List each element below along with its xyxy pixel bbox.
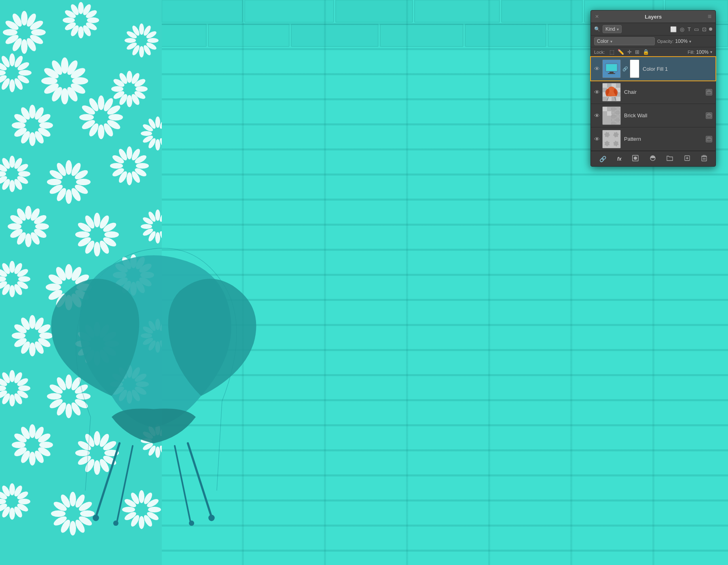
lock-position-icon[interactable]: ✛ [627,49,632,55]
svg-point-103 [155,139,160,150]
svg-point-253 [9,370,15,382]
svg-point-187 [9,285,15,297]
svg-point-115 [9,180,15,192]
svg-point-1 [21,11,28,25]
fill-label: Fill: [688,50,694,55]
svg-point-325 [9,483,15,495]
blend-mode-select[interactable]: Color ▾ [594,37,655,45]
svg-point-40 [19,70,32,76]
svg-point-181 [9,261,15,273]
svg-rect-386 [609,72,614,73]
svg-rect-388 [606,64,617,71]
svg-point-88 [108,114,123,121]
svg-rect-400 [603,97,607,101]
opacity-arrow[interactable]: ▾ [689,39,691,44]
svg-point-7 [21,39,28,54]
svg-point-61 [127,71,132,83]
layers-panel: ✕ Layers ≡ 🔍 Kind ▾ ⬜ ◎ T ▭ ⊡ Color ▾ Op… [590,10,716,167]
blend-mode-row: Color ▾ Opacity: 100% ▾ [591,36,715,47]
filter-kind-select[interactable]: Kind ▾ [603,25,622,33]
layer-row-brick-wall[interactable]: 👁 [591,104,715,127]
svg-rect-423 [612,122,616,125]
layer-row-color-fill[interactable]: 👁 🔗 Color Fill 1 [591,57,715,80]
svg-rect-421 [612,119,615,121]
lock-label: Lock: [594,50,605,55]
svg-rect-408 [707,91,711,94]
panel-toolbar: 🔗 fx [591,151,715,166]
link-layers-button[interactable]: 🔗 [598,154,607,163]
layer-visibility-brick[interactable]: 👁 [594,112,600,119]
svg-point-130 [47,179,61,185]
layer-visibility-pattern[interactable]: 👁 [594,136,600,142]
new-group-button[interactable] [665,154,674,164]
layer-thumb-container-color-fill: 🔗 [602,59,639,78]
layer-row-pattern[interactable]: 👁 [591,127,715,151]
smart-object-filter-icon[interactable]: ⊡ [701,25,707,33]
svg-point-64 [135,86,148,92]
pixel-filter-icon[interactable]: ⬜ [669,25,677,33]
lock-image-icon[interactable]: ✏️ [618,49,624,55]
svg-point-139 [127,172,132,185]
filter-row: 🔍 Kind ▾ ⬜ ◎ T ▭ ⊡ [591,23,715,36]
svg-point-43 [9,79,15,92]
fill-arrow[interactable]: ▾ [710,50,712,54]
layer-row-chair[interactable]: 👁 [591,80,715,104]
svg-rect-411 [607,107,612,111]
svg-point-76 [39,122,53,129]
shape-filter-icon[interactable]: ▭ [693,25,700,33]
svg-rect-412 [603,111,607,116]
layer-name-color-fill: Color Fill 1 [643,66,712,72]
lock-artboard-icon[interactable]: ⊞ [635,49,639,55]
svg-rect-395 [616,83,620,88]
svg-point-31 [139,46,144,57]
svg-point-127 [66,189,72,204]
svg-point-67 [127,95,132,107]
add-mask-button[interactable] [631,154,640,164]
layer-name-pattern: Pattern [624,136,706,142]
svg-point-112 [18,171,30,177]
filter-dot-toggle[interactable] [709,28,712,31]
svg-point-52 [72,77,88,85]
layer-visibility-color-fill[interactable]: 👁 [594,66,600,72]
smart-object-badge-brick [706,112,712,119]
svg-point-383 [189,521,194,526]
opacity-value[interactable]: 100% [675,38,688,44]
svg-point-331 [9,508,15,520]
type-filter-icon[interactable]: T [687,25,692,33]
svg-point-381 [208,515,215,521]
layer-visibility-chair[interactable]: 👁 [594,89,600,95]
svg-point-10 [3,29,17,36]
lock-pixels-icon[interactable]: ⬚ [609,49,614,55]
panel-title: Layers [645,14,662,20]
svg-point-443 [634,157,637,160]
svg-point-49 [61,57,68,74]
svg-rect-413 [607,111,612,116]
adjustment-filter-icon[interactable]: ◎ [679,25,685,33]
lock-row: Lock: ⬚ ✏️ ✛ ⊞ 🔒 Fill: 100% ▾ [591,47,715,57]
layer-thumb-pattern [602,130,621,148]
svg-point-55 [61,88,68,104]
svg-point-382 [113,521,119,526]
chair-thumb-content [603,83,620,101]
svg-point-94 [79,114,94,121]
svg-point-4 [31,29,46,36]
svg-point-22 [63,17,75,23]
layer-name-chair: Chair [624,89,706,95]
fx-button[interactable]: fx [616,155,623,163]
panel-close-icon[interactable]: ✕ [595,14,599,19]
delete-layer-button[interactable] [700,154,708,164]
new-fill-adjustment-button[interactable] [648,154,657,164]
layer-thumb-brick [602,106,621,125]
svg-point-82 [12,122,25,129]
panel-menu-icon[interactable]: ≡ [708,13,711,20]
svg-line-376 [96,443,120,517]
svg-rect-416 [616,108,620,110]
layer-thumb-container-pattern [602,130,621,148]
brick-thumb-content [603,107,620,125]
lock-all-icon[interactable]: 🔒 [643,49,649,55]
pattern-thumb-content [603,130,620,148]
new-layer-button[interactable] [683,154,692,164]
svg-rect-420 [616,115,620,118]
svg-point-85 [98,95,104,110]
fill-value[interactable]: 100% [696,49,709,55]
